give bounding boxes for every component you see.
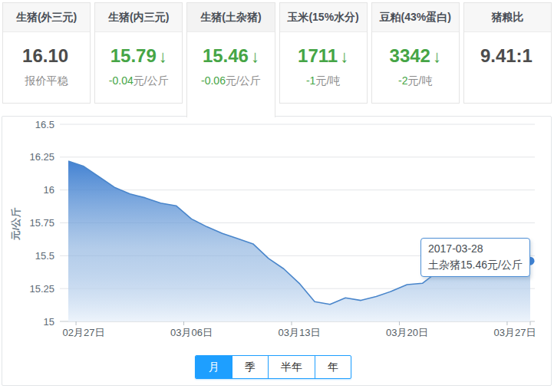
price-change: 报价平稳 (3, 74, 90, 88)
price-cards: 生猪(外三元) 16.10 报价平稳 生猪(内三元) 15.79↓ -0.04元… (2, 2, 552, 117)
price-card-title: 生猪(土杂猪) (187, 3, 274, 32)
change-amount: -1 (306, 74, 315, 87)
x-tick-label: 02月27日 (63, 327, 105, 338)
price-card[interactable]: 生猪(内三元) 15.79↓ -0.04元/公斤 (94, 2, 183, 104)
price-card[interactable]: 生猪(土杂猪) 15.46↓ -0.06元/公斤 (186, 2, 275, 117)
price-trend-chart[interactable]: 1515.2515.515.751616.2516.5 02月27日03月06日… (2, 117, 551, 348)
price-value: 3342 (390, 45, 430, 66)
price-card[interactable]: 豆粕(43%蛋白) 3342↓ -2元/吨 (371, 2, 460, 104)
y-tick-label: 16.25 (29, 151, 54, 163)
tooltip-date: 2017-03-28 (428, 241, 523, 257)
price-card[interactable]: 生猪(外三元) 16.10 报价平稳 (2, 2, 91, 104)
range-tab[interactable]: 季 (232, 356, 268, 378)
down-arrow-icon: ↓ (251, 47, 259, 66)
price-card-title: 豆粕(43%蛋白) (372, 3, 459, 32)
pig-price-dashboard: 生猪(外三元) 16.10 报价平稳 生猪(内三元) 15.79↓ -0.04元… (0, 0, 554, 392)
y-tick-label: 15.75 (29, 217, 54, 229)
price-value: 1711 (298, 45, 338, 66)
change-unit: 元/公斤 (226, 74, 261, 87)
y-tick-label: 15.25 (29, 283, 54, 295)
y-axis-title: 元/公斤 (10, 207, 21, 242)
price-change: -1元/吨 (280, 74, 367, 88)
price-change: -0.06元/公斤 (187, 74, 274, 88)
y-tick-label: 15.5 (35, 250, 54, 262)
change-amount: -0.04 (109, 74, 134, 87)
range-tabs: 月 季 半年 年 (195, 355, 351, 379)
price-value: 9.41:1 (480, 45, 533, 66)
range-tab[interactable]: 半年 (268, 356, 315, 378)
x-tick-label: 03月27日 (493, 327, 536, 338)
price-value: 16.10 (22, 45, 68, 66)
y-tick-label: 16 (44, 184, 54, 196)
price-value: 15.46 (203, 45, 249, 66)
x-tick-label: 03月13日 (279, 327, 321, 338)
price-change: -2元/吨 (372, 74, 459, 88)
range-tab[interactable]: 年 (315, 356, 351, 378)
price-card[interactable]: 猪粮比 9.41:1 (463, 2, 552, 104)
price-card-title: 生猪(外三元) (3, 3, 90, 32)
price-card-title: 猪粮比 (464, 3, 551, 32)
change-unit: 元/吨 (408, 74, 433, 87)
y-tick-label: 15 (44, 316, 54, 328)
x-tick-label: 03月20日 (386, 327, 428, 338)
price-change (464, 74, 551, 87)
chart-panel: 1515.2515.515.751616.2516.5 02月27日03月06日… (2, 116, 552, 386)
chart-tooltip: 2017-03-28 土杂猪15.46元/公斤 (420, 238, 530, 277)
down-arrow-icon: ↓ (340, 47, 348, 66)
x-tick-label: 03月06日 (170, 327, 213, 338)
down-arrow-icon: ↓ (433, 47, 441, 66)
range-tab[interactable]: 月 (196, 356, 232, 378)
y-tick-label: 16.5 (35, 119, 54, 130)
price-change: -0.04元/公斤 (95, 74, 182, 88)
change-amount: -0.06 (201, 74, 226, 87)
price-card[interactable]: 玉米(15%水分) 1711↓ -1元/吨 (279, 2, 368, 104)
change-unit: 元/公斤 (134, 74, 169, 87)
tooltip-value: 土杂猪15.46元/公斤 (428, 257, 523, 273)
price-card-title: 生猪(内三元) (95, 3, 182, 32)
change-unit: 元/吨 (315, 74, 340, 87)
price-note: 报价平稳 (25, 74, 68, 87)
price-card-title: 玉米(15%水分) (280, 3, 367, 32)
x-axis-labels: 02月27日03月06日03月13日03月20日03月27日 (63, 321, 536, 338)
change-amount: -2 (398, 74, 407, 87)
price-value: 15.79 (110, 45, 157, 66)
down-arrow-icon: ↓ (159, 47, 167, 66)
y-axis-labels: 1515.2515.515.751616.2516.5 (29, 119, 54, 328)
